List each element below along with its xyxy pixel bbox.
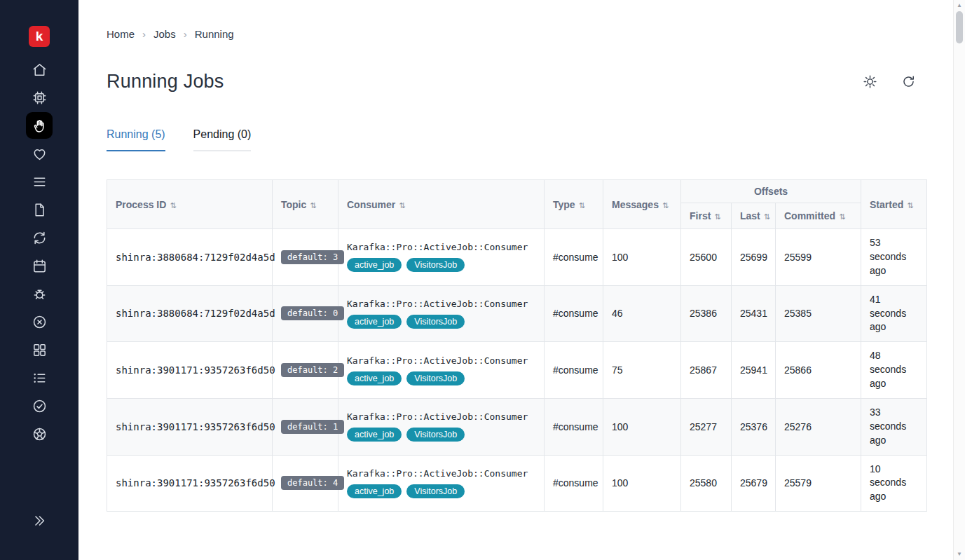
refresh-button[interactable] [901, 74, 916, 89]
job-row: shinra:3901171:9357263f6d50default: 2Kar… [107, 342, 927, 399]
consumer-tag-badge: VisitorsJob [406, 315, 465, 329]
sidebar-item-list[interactable] [26, 364, 53, 391]
bug-icon [32, 286, 48, 302]
breadcrumb-item-home[interactable]: Home [107, 28, 135, 40]
type-cell: #consume [545, 398, 603, 455]
breadcrumb-item-jobs[interactable]: Jobs [153, 28, 176, 40]
sort-icon: ⇅ [170, 201, 176, 210]
x-circle-icon [32, 314, 48, 330]
consumer-tags: active_jobVisitorsJob [347, 484, 535, 498]
column-header-topic[interactable]: Topic⇅ [273, 180, 338, 229]
sidebar-item-calendar[interactable] [26, 252, 53, 279]
job-row: shinra:3901171:9357263f6d50default: 1Kar… [107, 398, 927, 455]
sidebar-item-file[interactable] [26, 196, 53, 223]
consumer-tag-badge: VisitorsJob [406, 484, 465, 498]
check-circle-icon [32, 398, 48, 414]
tabs: Running (5)Pending (0) [107, 128, 953, 151]
tab-running[interactable]: Running (5) [107, 128, 165, 151]
offset-last-cell: 25699 [732, 229, 776, 286]
sort-icon: ⇅ [764, 212, 770, 221]
offset-last-cell: 25376 [732, 398, 776, 455]
column-label: Started [870, 199, 903, 210]
sort-icon: ⇅ [399, 201, 405, 210]
column-label: Consumer [347, 199, 395, 210]
breadcrumb-separator: › [184, 28, 187, 40]
job-row: shinra:3880684:7129f02d4a5ddefault: 0Kar… [107, 285, 927, 342]
topic-badge: default: 0 [281, 306, 344, 320]
refresh-icon [901, 74, 916, 89]
consumer-class-name: Karafka::Pro::ActiveJob::Consumer [347, 355, 535, 366]
scrollbar-down-arrow[interactable]: ▼ [954, 551, 965, 558]
tab-pending[interactable]: Pending (0) [193, 128, 252, 151]
file-icon [32, 202, 48, 218]
started-cell: 10 seconds ago [861, 455, 927, 512]
consumer-cell: Karafka::Pro::ActiveJob::Consumeractive_… [338, 285, 545, 342]
hand-icon [32, 118, 48, 134]
column-label: Offsets [754, 186, 788, 197]
sort-icon: ⇅ [907, 201, 913, 210]
sidebar-item-home[interactable] [26, 56, 53, 83]
sidebar-item-ball[interactable] [26, 421, 53, 447]
sidebar-item-heart[interactable] [26, 140, 53, 167]
started-cell: 53 seconds ago [861, 229, 927, 286]
consumer-class-name: Karafka::Pro::ActiveJob::Consumer [347, 299, 535, 309]
column-header-started[interactable]: Started⇅ [861, 180, 927, 229]
started-cell: 48 seconds ago [861, 342, 927, 399]
topic-cell: default: 3 [273, 229, 338, 286]
column-header-messages[interactable]: Messages⇅ [603, 180, 681, 229]
page-title: Running Jobs [107, 71, 224, 93]
sidebar-item-x-circle[interactable] [26, 308, 53, 335]
sidebar-item-check-circle[interactable] [26, 392, 53, 419]
column-header-offset-committed[interactable]: Committed⇅ [776, 203, 861, 229]
messages-cell: 100 [603, 229, 681, 286]
sidebar-item-grid[interactable] [26, 336, 53, 363]
sort-icon: ⇅ [839, 212, 845, 221]
consumer-tag-badge: VisitorsJob [406, 428, 465, 442]
header-actions [863, 74, 916, 89]
column-header-offset-last[interactable]: Last⇅ [732, 203, 776, 229]
offset-last-cell: 25941 [732, 342, 776, 399]
column-label: Last [740, 210, 760, 221]
ball-icon [32, 426, 48, 442]
offset-committed-cell: 25599 [776, 229, 861, 286]
table-body: shinra:3880684:7129f02d4a5ddefault: 3Kar… [107, 229, 927, 512]
column-label: First [690, 210, 711, 221]
scrollbar-thumb[interactable] [956, 11, 963, 43]
topic-cell: default: 0 [273, 285, 338, 342]
heart-icon [32, 146, 48, 162]
sidebar-item-hand[interactable] [26, 112, 53, 139]
process-id-cell: shinra:3901171:9357263f6d50 [107, 455, 273, 512]
consumer-tag-badge: active_job [347, 371, 402, 385]
consumer-tag-badge: active_job [347, 484, 402, 498]
type-cell: #consume [545, 342, 603, 399]
sidebar-item-bug[interactable] [26, 280, 53, 307]
sun-icon [863, 74, 877, 89]
sidebar-item-cpu[interactable] [26, 84, 53, 111]
vertical-scrollbar[interactable]: ▲ ▼ [953, 0, 965, 560]
consumer-tag-badge: VisitorsJob [406, 258, 465, 272]
karafka-logo[interactable]: k [29, 26, 50, 47]
home-icon [32, 62, 48, 78]
consumer-tags: active_jobVisitorsJob [347, 258, 535, 272]
sidebar-item-sync[interactable] [26, 224, 53, 251]
column-label: Process ID [116, 199, 166, 210]
column-header-offset-first[interactable]: First⇅ [681, 203, 732, 229]
sidebar-collapse-button[interactable] [0, 513, 78, 528]
page-header: Running Jobs [107, 71, 953, 93]
app-window: k Home›Jobs›Running Running Jobs [0, 0, 965, 560]
sort-icon: ⇅ [310, 201, 316, 210]
theme-toggle-button[interactable] [863, 74, 877, 89]
calendar-icon [32, 258, 48, 274]
consumer-class-name: Karafka::Pro::ActiveJob::Consumer [347, 468, 535, 479]
cpu-icon [32, 90, 48, 106]
messages-cell: 75 [603, 342, 681, 399]
sort-icon: ⇅ [714, 212, 720, 221]
consumer-tag-badge: VisitorsJob [406, 371, 465, 385]
scrollbar-up-arrow[interactable]: ▲ [954, 2, 965, 9]
column-header-process-id[interactable]: Process ID⇅ [107, 180, 273, 229]
topic-cell: default: 1 [273, 398, 338, 455]
sync-icon [32, 230, 48, 246]
column-header-consumer[interactable]: Consumer⇅ [338, 180, 545, 229]
column-header-type[interactable]: Type⇅ [545, 180, 603, 229]
sidebar-item-stack[interactable] [26, 168, 53, 195]
